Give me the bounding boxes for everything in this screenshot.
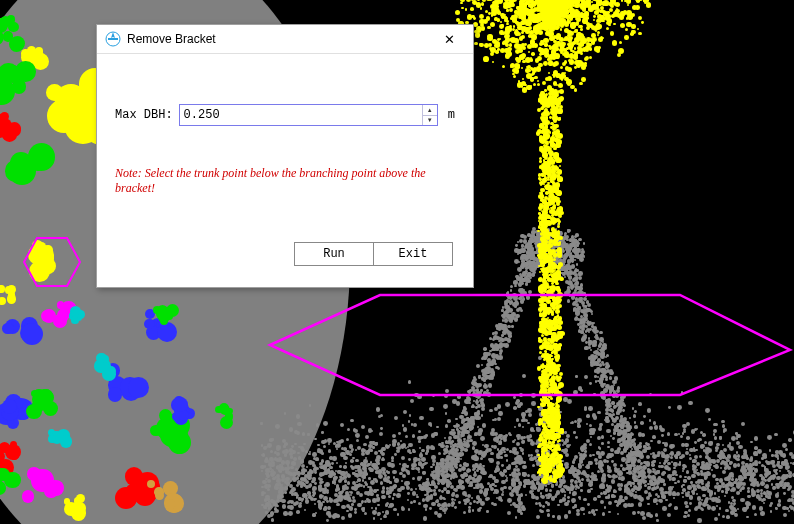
exit-button-label: Exit [399, 247, 428, 261]
dialog-button-row: Run Exit [294, 242, 453, 266]
max-dbh-spinner[interactable]: ▲ ▼ [422, 105, 437, 125]
close-button[interactable]: ✕ [431, 29, 467, 49]
spinner-up-icon[interactable]: ▲ [423, 105, 437, 116]
svg-marker-0 [24, 238, 80, 286]
close-icon: ✕ [444, 32, 455, 47]
max-dbh-unit: m [444, 108, 455, 122]
max-dbh-field[interactable]: ▲ ▼ [179, 104, 438, 126]
run-button-label: Run [323, 247, 345, 261]
exit-button[interactable]: Exit [374, 242, 453, 266]
svg-marker-1 [270, 295, 790, 395]
svg-rect-3 [108, 38, 118, 40]
viewport: Remove Bracket ✕ Max DBH: ▲ ▼ m Note: Se… [0, 0, 794, 524]
spinner-down-icon[interactable]: ▼ [423, 116, 437, 126]
max-dbh-row: Max DBH: ▲ ▼ m [115, 104, 455, 126]
max-dbh-label: Max DBH: [115, 108, 173, 122]
run-button[interactable]: Run [294, 242, 374, 266]
app-logo-icon [105, 31, 121, 47]
dialog-body: Max DBH: ▲ ▼ m Note: Select the trunk po… [97, 54, 473, 288]
remove-bracket-dialog: Remove Bracket ✕ Max DBH: ▲ ▼ m Note: Se… [96, 24, 474, 288]
dialog-titlebar[interactable]: Remove Bracket ✕ [97, 25, 473, 54]
selection-hexagon-left[interactable] [22, 236, 82, 288]
max-dbh-input[interactable] [180, 105, 422, 125]
dialog-note: Note: Select the trunk point below the b… [115, 166, 455, 196]
selection-polygon-right[interactable] [260, 285, 794, 405]
dialog-title: Remove Bracket [127, 32, 431, 46]
